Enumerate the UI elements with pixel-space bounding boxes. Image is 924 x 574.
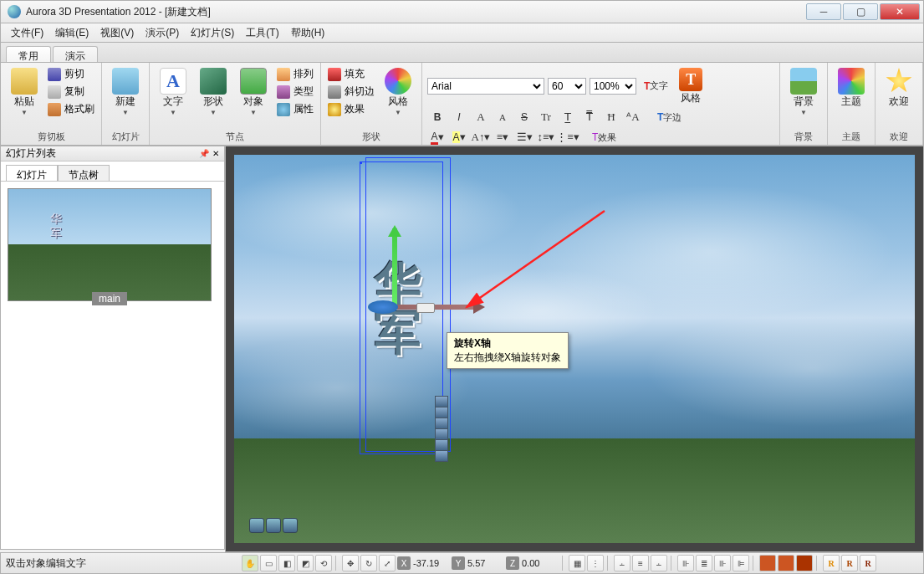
chevron-down-icon: ▼ [395,109,401,116]
align-tool-1[interactable]: ⫠ [614,555,630,571]
object-button[interactable]: 对象▼ [235,66,272,129]
theme-button[interactable]: 主题 [833,66,870,129]
pin-icon[interactable]: 📌 [199,149,209,158]
rotate-x-handle[interactable] [416,303,435,313]
tool-4[interactable]: ◩ [297,555,314,571]
shape-style-button[interactable]: 风格▼ [380,66,416,129]
menu-present[interactable]: 演示(P) [140,24,184,42]
scissors-icon [48,68,61,81]
fill-button[interactable]: 填充 [326,66,376,82]
hand-tool[interactable]: ✋ [242,555,258,571]
font-grow-button[interactable]: A↑▾ [471,129,491,146]
render-2[interactable]: R [841,555,858,571]
property-button[interactable]: 属性 [275,101,315,117]
tool-3[interactable]: ◧ [278,555,295,571]
dist-tool-1[interactable]: ⊪ [677,555,694,571]
tt-button[interactable]: Tr [536,109,556,126]
font-family-select[interactable]: Arial [427,78,544,95]
nav-next-icon[interactable] [283,518,298,533]
type-button[interactable]: 类型 [275,84,315,100]
zoom-select[interactable]: 100% [590,78,636,95]
paste-button[interactable]: 粘贴 ▼ [6,66,43,129]
chevron-down-icon: ▼ [21,109,28,116]
shape-button[interactable]: 形状▼ [195,66,232,129]
font-size-select[interactable]: 60 [548,78,586,95]
close-icon[interactable]: ✕ [212,149,219,158]
dist-tool-2[interactable]: ≣ [696,555,712,571]
move-tool[interactable]: ✥ [342,555,359,571]
select-tool[interactable]: ▭ [260,555,277,571]
size-a-button[interactable]: A [471,109,491,126]
cut-button[interactable]: 剪切 [46,66,96,82]
maximize-button[interactable]: ▢ [843,3,878,20]
tool-5[interactable]: ⟲ [315,555,332,571]
font-highlight-button[interactable]: A▾ [449,129,469,146]
arrange-button[interactable]: 排列 [275,66,315,82]
tab-common[interactable]: 常用 [6,46,51,62]
color-b2[interactable] [778,555,794,571]
scale-tool[interactable]: ⤢ [379,555,396,571]
aa-button[interactable]: ᴬA [623,109,643,126]
color-b1[interactable] [759,555,776,571]
font-style-button[interactable]: T风格 [676,66,706,105]
font-color-button[interactable]: A▾ [427,129,447,146]
canvas-3d-view[interactable]: 华 军 旋转X轴 左右拖拽绕X轴旋转对象 [234,155,915,543]
menu-slides[interactable]: 幻灯片(S) [186,24,239,42]
side-panel: 幻灯片列表 📌 ✕ 幻灯片 节点树 华 军 main [0,146,225,550]
background-button[interactable]: 背景▼ [785,66,822,129]
shape-effect-button[interactable]: 效果 [326,101,376,117]
grid-tool-1[interactable]: ▦ [569,555,585,571]
size-a2-button[interactable]: A [493,109,513,126]
chevron-down-icon: ▼ [210,109,217,116]
object-mini-toolbar[interactable] [435,396,448,461]
font-effect-button[interactable]: T效果 [588,129,620,146]
font-border-button[interactable]: T字边 [653,109,686,126]
italic-button[interactable]: I [449,109,469,126]
align-left-button[interactable]: ≡▾ [493,129,513,146]
menubar: 文件(F) 编辑(E) 视图(V) 演示(P) 幻灯片(S) 工具(T) 帮助(… [0,23,924,42]
bevel-icon [328,85,341,99]
align-top-button[interactable]: ☰▾ [514,129,534,146]
text-button[interactable]: A文字▼ [155,66,191,129]
tab-slides[interactable]: 幻灯片 [6,165,58,181]
slide-thumbnail[interactable]: 华 军 main [8,188,212,301]
gizmo-origin[interactable] [368,300,398,314]
menu-file[interactable]: 文件(F) [6,24,48,42]
format-brush-button[interactable]: 格式刷 [46,101,96,117]
new-slide-button[interactable]: 新建 ▼ [107,66,144,129]
coord-x: X-37.19 [397,556,450,570]
tab-nodetree[interactable]: 节点树 [58,165,110,181]
nav-home-icon[interactable] [266,518,281,533]
align-tool-2[interactable]: ≡ [632,555,649,571]
menu-edit[interactable]: 编辑(E) [50,24,94,42]
bold-button[interactable]: B [427,109,447,126]
rotate-tool[interactable]: ↻ [360,555,377,571]
font-char-button[interactable]: T文字 [640,78,672,95]
line-spacing-button[interactable]: ↕≡▾ [536,129,556,146]
align-tool-3[interactable]: ⫠ [651,555,667,571]
close-button[interactable]: ✕ [880,3,920,20]
copy-button[interactable]: 复制 [46,84,96,100]
t2-button[interactable]: T̿ [579,109,600,126]
tab-present[interactable]: 演示 [53,46,98,62]
render-3[interactable]: R [860,555,876,571]
nav-prev-icon[interactable] [249,518,264,533]
render-1[interactable]: R [823,555,840,571]
hdr-button[interactable]: Ħ [601,109,621,126]
menu-tools[interactable]: 工具(T) [241,24,283,42]
bevel-button[interactable]: 斜切边 [326,84,376,100]
minimize-button[interactable]: ─ [806,3,841,20]
menu-view[interactable]: 视图(V) [95,24,139,42]
new-slide-icon [112,68,139,95]
app-icon [8,5,21,18]
welcome-button[interactable]: 欢迎 [881,66,917,129]
bullets-button[interactable]: ⋮≡▾ [558,129,578,146]
dist-tool-3[interactable]: ⊪ [714,555,731,571]
nav-buttons[interactable] [249,518,298,533]
strike-button[interactable]: S [514,109,534,126]
color-b3[interactable] [796,555,813,571]
menu-help[interactable]: 帮助(H) [286,24,330,42]
dist-tool-4[interactable]: ⊫ [733,555,749,571]
t1-button[interactable]: T̲ [558,109,578,126]
grid-tool-2[interactable]: ⋮ [587,555,604,571]
